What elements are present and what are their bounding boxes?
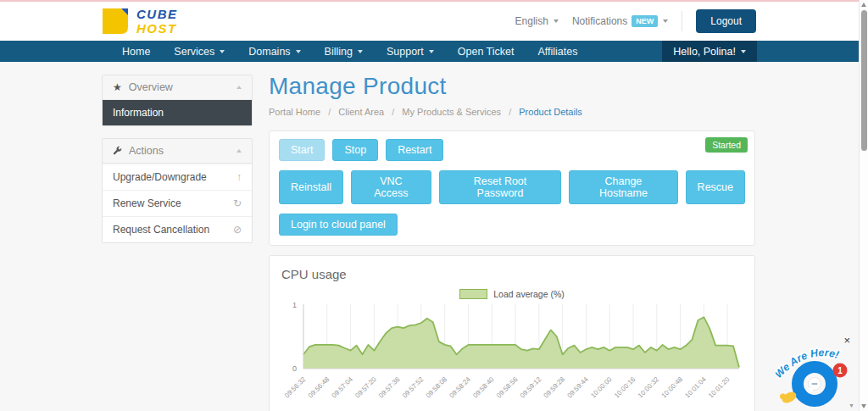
sidebar-item-renew-service[interactable]: Renew Service ↻ [103, 190, 252, 216]
caret-down-icon [741, 50, 746, 53]
reinstall-button[interactable]: Reinstall [279, 170, 343, 204]
logo[interactable]: CUBE HOST [100, 6, 178, 36]
caret-down-icon [663, 19, 668, 23]
svg-text:09:58:08: 09:58:08 [425, 375, 449, 400]
chat-bubble-button[interactable]: We Are Here! 1 ▼ [776, 340, 857, 409]
caret-down-icon [358, 50, 363, 53]
svg-text:0: 0 [292, 364, 297, 373]
logo-line1: CUBE [136, 8, 178, 20]
caret-down-icon [296, 50, 301, 53]
svg-text:09:56:48: 09:56:48 [307, 375, 331, 400]
new-badge: NEW [632, 15, 658, 27]
svg-text:09:57:20: 09:57:20 [353, 375, 378, 400]
breadcrumb-separator: / [328, 107, 331, 117]
scroll-down-arrow[interactable] [861, 404, 866, 408]
logo-text: CUBE HOST [136, 8, 178, 35]
chevron-down-icon[interactable]: ▼ [849, 403, 854, 408]
nav-item-domains[interactable]: Domains [236, 41, 312, 62]
caret-down-icon [220, 50, 225, 53]
svg-text:09:59:12: 09:59:12 [519, 375, 543, 400]
language-label: English [515, 15, 548, 27]
nav-item-open-ticket[interactable]: Open Ticket [446, 41, 526, 62]
cpu-usage-chart: 09:56:3209:56:4809:57:0409:57:2009:57:36… [281, 301, 743, 411]
breadcrumb-separator: / [509, 107, 511, 117]
cloud-panel-row: Login to cloud panel [279, 214, 745, 236]
svg-text:10:00:48: 10:00:48 [660, 375, 685, 400]
main-navbar: Home Services Domains Billing Support Op… [0, 41, 868, 62]
svg-text:09:58:40: 09:58:40 [471, 375, 496, 400]
stop-button[interactable]: Stop [332, 139, 378, 161]
svg-text:09:57:36: 09:57:36 [377, 375, 402, 400]
nav-item-support[interactable]: Support [375, 41, 446, 62]
svg-text:09:57:52: 09:57:52 [401, 375, 426, 400]
overview-panel-header[interactable]: ★ Overview [103, 75, 252, 100]
sidebar-item-request-cancellation[interactable]: Request Cancellation ⊘ [103, 216, 252, 242]
svg-text:10:00:00: 10:00:00 [589, 375, 614, 400]
speech-bubble-dash [812, 383, 818, 385]
actions-title: Actions [129, 145, 164, 157]
server-controls-card: Started Start Stop Restart Reinstall VNC… [269, 131, 755, 246]
language-dropdown[interactable]: English [515, 15, 559, 27]
cpu-usage-card: CPU usage Load average (%) 09:56:3209:56… [269, 255, 755, 411]
chevron-up-icon [236, 149, 242, 153]
svg-text:10:01:20: 10:01:20 [707, 375, 732, 400]
svg-text:09:59:28: 09:59:28 [542, 375, 567, 400]
cubehost-logo-icon [100, 6, 131, 36]
sidebar-item-information[interactable]: Information [103, 100, 252, 125]
start-button[interactable]: Start [279, 139, 325, 161]
restart-button[interactable]: Restart [386, 139, 443, 161]
change-hostname-button[interactable]: Change Hostname [569, 170, 677, 204]
notifications-label: Notifications [572, 15, 627, 27]
rescue-button[interactable]: Rescue [686, 170, 745, 204]
nav-item-affiliates[interactable]: Affiliates [526, 41, 589, 62]
scrollbar-thumb[interactable] [861, 10, 867, 151]
sidebar-item-upgrade-downgrade[interactable]: Upgrade/Downgrade ↑ [103, 164, 252, 190]
refresh-icon: ↻ [233, 198, 242, 208]
svg-text:09:59:44: 09:59:44 [565, 375, 590, 400]
chat-widget: × We Are Here! 1 ▼ [776, 333, 857, 409]
arrow-up-icon: ↑ [236, 172, 242, 182]
overview-title: Overview [129, 81, 173, 93]
overview-panel: ★ Overview Information [102, 75, 253, 126]
reset-root-password-button[interactable]: Reset Root Password [439, 170, 561, 204]
nav-item-billing[interactable]: Billing [313, 41, 375, 62]
wrench-icon [113, 146, 122, 157]
caret-down-icon [429, 50, 434, 53]
star-icon: ★ [113, 82, 122, 92]
chevron-up-icon [236, 86, 242, 89]
legend-swatch [459, 289, 487, 299]
breadcrumb-my-products[interactable]: My Products & Services [402, 107, 501, 117]
status-badge: Started [705, 137, 748, 153]
notifications-dropdown[interactable]: Notifications NEW [572, 15, 668, 27]
badge-count: 1 [837, 366, 843, 375]
header: CUBE HOST English Notifications NEW Logo… [0, 2, 868, 41]
vnc-access-button[interactable]: VNC Access [351, 170, 431, 204]
actions-panel: Actions Upgrade/Downgrade ↑ Renew Servic… [102, 138, 253, 243]
chart-title: CPU usage [281, 267, 743, 281]
svg-text:09:58:56: 09:58:56 [495, 375, 520, 400]
content-area: ★ Overview Information Actions Upgrade/D… [0, 62, 868, 411]
breadcrumb-current: Product Details [519, 107, 582, 117]
svg-text:10:01:04: 10:01:04 [683, 375, 708, 400]
login-cloud-panel-button[interactable]: Login to cloud panel [279, 214, 398, 236]
svg-text:1: 1 [292, 301, 297, 309]
page-scrollbar [859, 0, 868, 411]
user-greeting-dropdown[interactable]: Hello, Polina! [662, 41, 757, 62]
page-title: Manage Product [269, 73, 755, 100]
breadcrumb-client-area[interactable]: Client Area [338, 107, 384, 117]
actions-panel-header[interactable]: Actions [103, 139, 252, 164]
header-separator [682, 11, 682, 31]
nav-item-home[interactable]: Home [110, 41, 162, 62]
manage-buttons-row: Reinstall VNC Access Reset Root Password… [279, 170, 745, 204]
header-right: English Notifications NEW Logout [515, 2, 756, 41]
caret-down-icon [554, 19, 559, 23]
page: CUBE HOST English Notifications NEW Logo… [0, 0, 868, 411]
chart-legend: Load average (%) [459, 289, 564, 299]
scroll-up-arrow[interactable] [861, 3, 866, 7]
logout-button[interactable]: Logout [696, 9, 756, 33]
svg-text:09:56:32: 09:56:32 [283, 375, 308, 400]
breadcrumb-portal-home[interactable]: Portal Home [269, 107, 320, 117]
svg-text:10:00:16: 10:00:16 [613, 375, 637, 400]
nav-item-services[interactable]: Services [162, 41, 236, 62]
svg-text:09:58:24: 09:58:24 [448, 375, 473, 400]
